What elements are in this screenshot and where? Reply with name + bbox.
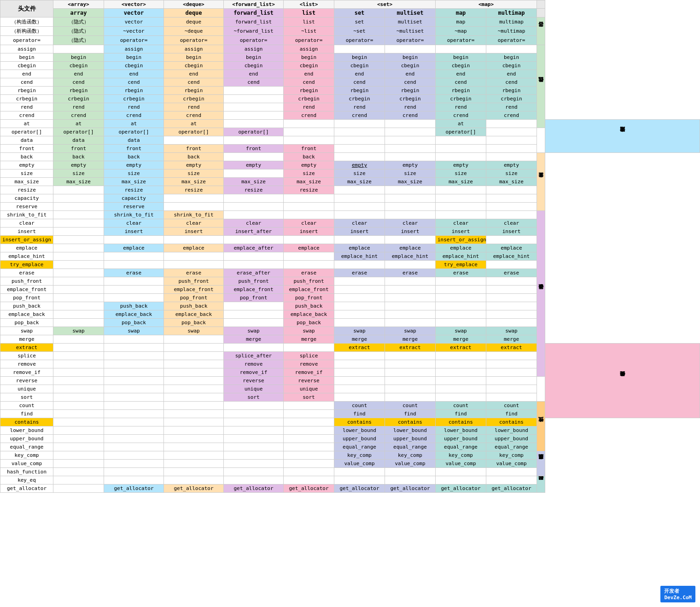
cell-maxsize-fwdlist: max_size	[224, 178, 284, 186]
cell-empty-fwdlist: empty	[224, 161, 284, 169]
cell-at-vector: at	[104, 120, 164, 128]
cell-popfront-deque: pop_front	[164, 294, 224, 302]
cell-assign-fwdlist: assign	[224, 45, 284, 53]
cell-resize-fwdlist: resize	[224, 186, 284, 194]
cell-getalloc-multimap: get_allocator	[486, 484, 537, 493]
cell-swap-vector: swap	[104, 327, 164, 335]
cell-empty-label: empty	[0, 161, 53, 169]
cell-emplace-set: emplace	[334, 244, 385, 252]
row-emplace: emplace emplace emplace emplace_after em…	[0, 244, 700, 252]
cell-reverse-label: reverse	[0, 377, 53, 385]
cell-popfront-label: pop_front	[0, 294, 53, 302]
row-swap: swap swap swap swap swap swap swap swap …	[0, 327, 700, 335]
side-container: 容器	[537, 18, 545, 45]
cell-sort-list: sort	[284, 393, 334, 402]
cell-insert-map: insert	[436, 228, 486, 236]
th-deque-header: <deque>	[164, 0, 224, 9]
cell-emplace-hint-multimap: emplace_hint	[486, 252, 537, 261]
cell-count-multimap: count	[486, 402, 537, 410]
cell-count-set: count	[334, 402, 385, 410]
row-cend: cend cend cend cend cend cend cend cend …	[0, 78, 700, 87]
cell-rend-multiset: rend	[385, 103, 436, 111]
cell-cend-array: cend	[53, 78, 104, 87]
cell-constructor-set: set	[334, 18, 385, 27]
cell-assign-vector: assign	[104, 45, 164, 53]
cell-opindex-map: operator[]	[436, 128, 486, 136]
cell-erase-set: erase	[334, 269, 385, 277]
cell-emplace-label: emplace	[0, 244, 53, 252]
cell-reserve-label: reserve	[0, 203, 53, 211]
th-side-spacer2	[537, 9, 545, 18]
row-get-allocator: get_allocator get_allocator get_allocato…	[0, 484, 700, 493]
th-list-header: <list>	[284, 0, 334, 9]
cell-maxsize-set: max_size	[334, 178, 385, 186]
cell-resize-deque: resize	[164, 186, 224, 194]
cell-cend-multimap: cend	[486, 78, 537, 87]
cell-clear-map: clear	[436, 219, 486, 228]
cell-assign-list: assign	[284, 45, 334, 53]
cell-pushback-list: push_back	[284, 302, 334, 310]
cell-erase-list: erase	[284, 269, 334, 277]
cell-cend-fwdlist: cend	[224, 78, 284, 87]
cell-insert-vector: insert	[104, 228, 164, 236]
row-back: back back back back back 容量	[0, 153, 700, 161]
cell-ioa-map: insert_or_assign	[436, 236, 486, 244]
cell-emplace-hint-multiset: emplace_hint	[385, 252, 436, 261]
cell-empty-multiset: empty	[385, 161, 436, 169]
cell-remove-fwdlist: remove	[224, 360, 284, 368]
cell-begin-list: begin	[284, 53, 334, 62]
cell-constructor-multimap: multimap	[486, 18, 537, 27]
cell-begin-multimap: begin	[486, 53, 537, 62]
cell-splice-fwdlist: splice_after	[224, 352, 284, 360]
row-push-back: push_back push_back push_back push_back	[0, 302, 700, 310]
cell-crend-label: crend	[0, 111, 53, 120]
cell-begin-deque: begin	[164, 53, 224, 62]
side-modifier: 修改器	[537, 211, 545, 377]
cell-crbegin-multimap: crbegin	[486, 95, 537, 103]
cell-emplacefront-label: emplace_front	[0, 286, 53, 294]
row-resize: resize resize resize resize resize	[0, 186, 700, 194]
cell-constructor-deque: deque	[164, 18, 224, 27]
row-contains: contains contains contains contains cont…	[0, 418, 700, 426]
cell-crbegin-list: crbegin	[284, 95, 334, 103]
cell-removeif-fwdlist: remove_if	[224, 368, 284, 377]
cell-merge-set: merge	[334, 335, 385, 344]
cell-assign-deque: assign	[164, 45, 224, 53]
row-insert: insert insert insert insert_after insert…	[0, 228, 700, 236]
cell-emplacefront-list: emplace_front	[284, 286, 334, 294]
header-row-1: 头文件 <array> <vector> <deque> <forward_li…	[0, 0, 700, 9]
row-max-size: max_size max_size max_size max_size max_…	[0, 178, 700, 186]
cell-unique-list: unique	[284, 385, 334, 393]
cell-remove-label: remove	[0, 360, 53, 368]
cell-cend-vector: cend	[104, 78, 164, 87]
cell-removeif-label: remove_if	[0, 368, 53, 377]
cell-rbegin-label: rbegin	[0, 87, 53, 95]
cell-erase-fwdlist: erase_after	[224, 269, 284, 277]
cell-shrink-deque: shrink_to_fit	[164, 211, 224, 219]
cell-constructor-multiset: multiset	[385, 18, 436, 27]
row-emplace-back: emplace_back emplace_back emplace_back e…	[0, 310, 700, 319]
row-value-comp: value_comp value_comp value_comp value_c…	[0, 460, 700, 468]
th-sub-array: array	[53, 9, 104, 18]
cell-empty-vector: empty	[104, 161, 164, 169]
cell-keyeq-label: key_eq	[0, 476, 53, 484]
cell-getalloc-deque: get_allocator	[164, 484, 224, 493]
th-sub-set: set	[334, 9, 385, 18]
cell-pushfront-deque: push_front	[164, 277, 224, 286]
cell-crbegin-multiset: crbegin	[385, 95, 436, 103]
cell-opassign-set: operator=	[334, 36, 385, 45]
cell-splice-list: splice	[284, 352, 334, 360]
cell-count-multiset: count	[385, 402, 436, 410]
cell-constructor-label: （构造函数）	[0, 18, 53, 27]
row-pop-back: pop_back pop_back pop_back pop_back	[0, 319, 700, 327]
cell-end-list: end	[284, 70, 334, 78]
cell-opindex-array: operator[]	[53, 128, 104, 136]
cell-crbegin-label: crbegin	[0, 95, 53, 103]
cell-opassign-deque: operator=	[164, 36, 224, 45]
cell-assign-label: assign	[0, 45, 53, 53]
cell-emplace-list: emplace	[284, 244, 334, 252]
cell-reserve-vector: reserve	[104, 203, 164, 211]
cell-begin-fwdlist: begin	[224, 53, 284, 62]
cell-sort-fwdlist: sort	[224, 393, 284, 402]
row-clear: clear clear clear clear clear clear clea…	[0, 219, 700, 228]
